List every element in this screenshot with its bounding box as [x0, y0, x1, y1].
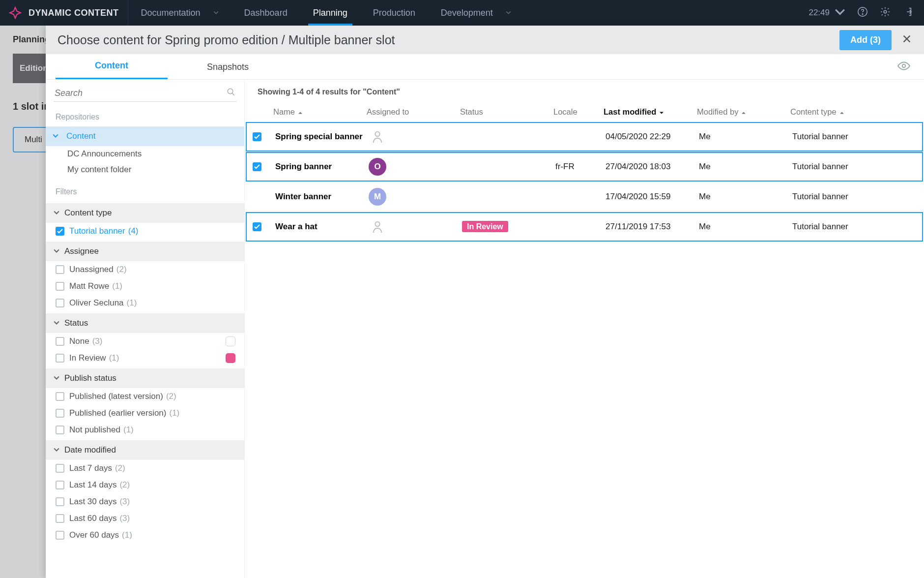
col-last-modified[interactable]: Last modified [604, 107, 697, 117]
checkbox[interactable] [56, 531, 64, 540]
checkbox[interactable] [56, 409, 64, 418]
filter-option[interactable]: Last 7 days(2) [46, 460, 244, 477]
tab-content[interactable]: Content [56, 54, 168, 79]
cell-assigned-to: O [369, 158, 462, 176]
row-checkbox[interactable] [253, 132, 261, 141]
checkbox[interactable] [56, 392, 64, 401]
cell-content-type: Tutorial banner [792, 222, 917, 232]
col-content-type[interactable]: Content type [790, 107, 919, 117]
nav-dashboard-label: Dashboard [244, 8, 288, 18]
filter-publish-status-label: Publish status [64, 373, 116, 383]
logout-icon[interactable] [902, 6, 913, 19]
filter-option[interactable]: Not published(1) [46, 422, 244, 438]
filter-option-label: Published (earlier version) [69, 408, 166, 418]
svg-point-2 [884, 10, 887, 13]
cell-content-type: Tutorial banner [792, 162, 917, 172]
filter-option-label: Tutorial banner [69, 226, 125, 236]
clock-text: 22:49 [808, 8, 830, 18]
status-swatch [226, 353, 235, 363]
filter-option[interactable]: In Review(1) [46, 350, 244, 366]
filter-option[interactable]: Over 60 days(1) [46, 527, 244, 544]
close-icon[interactable] [901, 33, 912, 46]
checkbox[interactable] [56, 337, 64, 346]
chevron-down-icon [53, 131, 61, 141]
row-checkbox[interactable] [253, 162, 261, 171]
table-row[interactable]: Spring special banner04/05/2020 22:29MeT… [246, 122, 923, 152]
checkbox[interactable] [56, 227, 64, 236]
tree-my-content-folder[interactable]: My content folder [46, 162, 244, 178]
chevron-down-icon [213, 10, 219, 16]
filter-assignee[interactable]: Assignee [46, 242, 244, 261]
checkbox[interactable] [56, 299, 64, 307]
cell-name: Spring banner [275, 162, 369, 172]
table-row[interactable]: Winter bannerM17/04/2020 15:59MeTutorial… [246, 182, 923, 212]
filter-option[interactable]: Unassigned(2) [46, 261, 244, 278]
cell-status: In Review [462, 222, 555, 232]
tree-content-label: Content [66, 131, 96, 141]
checkbox[interactable] [56, 464, 64, 473]
col-name[interactable]: Name [273, 107, 367, 117]
status-swatch [226, 336, 235, 346]
filter-option[interactable]: Published (latest version)(2) [46, 388, 244, 405]
nav-planning[interactable]: Planning [300, 0, 360, 26]
cell-locale: fr-FR [555, 162, 606, 172]
add-button[interactable]: Add (3) [839, 30, 892, 50]
checkbox[interactable] [56, 514, 64, 523]
topbar: DYNAMIC CONTENT Documentation Dashboard … [0, 0, 924, 26]
filter-option[interactable]: Last 60 days(3) [46, 510, 244, 527]
cell-modified-by: Me [699, 222, 792, 232]
filter-option[interactable]: None(3) [46, 333, 244, 350]
filter-status[interactable]: Status [46, 313, 244, 333]
filter-option[interactable]: Last 14 days(2) [46, 477, 244, 493]
checkbox[interactable] [56, 282, 64, 291]
filter-option[interactable]: Last 30 days(3) [46, 493, 244, 510]
nav-development[interactable]: Development [428, 0, 524, 26]
search-input[interactable] [55, 88, 227, 98]
filter-date-modified[interactable]: Date modified [46, 440, 244, 460]
table-row[interactable]: Wear a hatIn Review27/11/2019 17:53MeTut… [246, 212, 923, 242]
nav-production[interactable]: Production [360, 0, 428, 26]
checkbox[interactable] [56, 265, 64, 274]
filter-option[interactable]: Matt Rowe(1) [46, 278, 244, 295]
status-badge: In Review [462, 221, 508, 232]
table-row[interactable]: Spring bannerOfr-FR27/04/2020 18:03MeTut… [246, 152, 923, 182]
filter-option-label: Last 30 days [69, 497, 116, 507]
checkbox[interactable] [56, 497, 64, 506]
tree-content[interactable]: Content [46, 126, 244, 146]
chevron-down-icon [54, 318, 64, 328]
filter-option[interactable]: Oliver Secluna(1) [46, 295, 244, 311]
filter-option-label: Matt Rowe [69, 281, 109, 291]
help-icon[interactable] [857, 6, 868, 19]
checkbox[interactable] [56, 354, 64, 363]
checkbox[interactable] [56, 426, 64, 434]
sort-asc-icon [298, 107, 303, 117]
search-wrap [54, 85, 236, 102]
nav-documentation[interactable]: Documentation [128, 0, 231, 26]
row-checkbox[interactable] [253, 222, 261, 231]
filter-content-type-label: Content type [64, 208, 112, 218]
filter-publish-status[interactable]: Publish status [46, 368, 244, 388]
tab-snapshots[interactable]: Snapshots [168, 55, 288, 79]
filter-option[interactable]: Published (earlier version)(1) [46, 405, 244, 422]
col-modified-by[interactable]: Modified by [697, 107, 790, 117]
cell-name: Spring special banner [275, 132, 369, 142]
checkbox[interactable] [56, 481, 64, 489]
filter-status-label: Status [64, 318, 88, 328]
tree-dc-announcements[interactable]: DC Announcements [46, 146, 244, 162]
svg-point-6 [375, 222, 379, 226]
avatar [369, 218, 386, 236]
filter-option[interactable]: Tutorial banner(4) [46, 223, 244, 240]
filter-option-count: (1) [122, 530, 132, 540]
filter-content-type[interactable]: Content type [46, 203, 244, 223]
col-assigned-to[interactable]: Assigned to [367, 107, 460, 117]
col-locale[interactable]: Locale [553, 107, 604, 117]
preview-icon[interactable] [897, 61, 910, 73]
col-status[interactable]: Status [460, 107, 553, 117]
filter-option-label: Last 60 days [69, 514, 116, 523]
clock[interactable]: 22:49 [808, 6, 845, 20]
modal-tabs: Content Snapshots [46, 54, 924, 80]
nav-dashboard[interactable]: Dashboard [231, 0, 300, 26]
svg-point-5 [375, 132, 379, 136]
filter-option-label: Last 14 days [69, 480, 116, 490]
gear-icon[interactable] [880, 6, 891, 19]
